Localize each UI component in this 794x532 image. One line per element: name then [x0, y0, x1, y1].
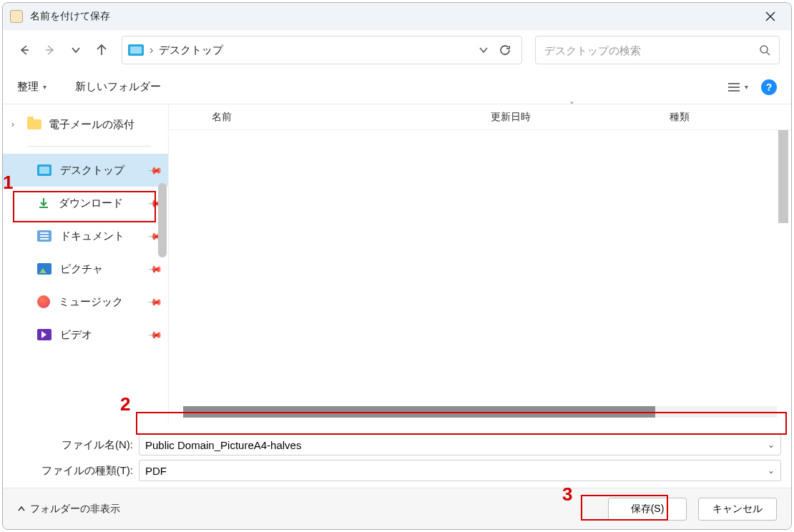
main-area: › 電子メールの添付 デスクトップ 📌 ダウンロード 📌 — [3, 104, 791, 423]
hide-folders-label: フォルダーの非表示 — [30, 503, 120, 516]
file-pane: ˅ 名前 更新日時 種類 — [169, 104, 791, 423]
sidebar-item-music[interactable]: ミュージック 📌 — [3, 285, 168, 318]
column-header-name[interactable]: 名前 — [169, 111, 484, 124]
view-mode-button[interactable]: ▾ — [727, 82, 748, 92]
sidebar-item-pictures[interactable]: ピクチャ 📌 — [3, 252, 168, 285]
filename-fields: ファイル名(N): Public Domain_PictureA4-halves… — [3, 423, 791, 488]
close-icon — [765, 11, 775, 21]
desktop-icon — [128, 44, 144, 56]
new-folder-label: 新しいフォルダー — [75, 80, 161, 94]
pin-icon: 📌 — [147, 294, 163, 310]
question-icon: ? — [766, 82, 773, 93]
sidebar-item-label: ドキュメント — [60, 230, 124, 243]
toolbar: 整理 ▾ 新しいフォルダー ▾ ? — [3, 70, 791, 104]
search-icon — [759, 44, 770, 56]
vertical-scrollbar[interactable] — [778, 130, 788, 223]
arrow-left-icon — [18, 44, 31, 56]
up-button[interactable] — [92, 40, 112, 60]
app-icon — [10, 10, 23, 23]
help-button[interactable]: ? — [761, 79, 777, 95]
refresh-icon[interactable] — [499, 44, 511, 56]
save-as-dialog: 名前を付けて保存 › デスクトップ — [2, 2, 792, 530]
sidebar-item-documents[interactable]: ドキュメント 📌 — [3, 220, 168, 252]
footer: フォルダーの非表示 保存(S) キャンセル — [3, 488, 791, 529]
sidebar-item-label: ミュージック — [59, 295, 123, 309]
column-headers: ˅ 名前 更新日時 種類 — [169, 104, 791, 130]
sidebar-item-label: ピクチャ — [60, 262, 103, 276]
breadcrumb-current[interactable]: デスクトップ — [159, 44, 473, 57]
cancel-button[interactable]: キャンセル — [698, 498, 777, 521]
close-button[interactable] — [754, 6, 787, 27]
folder-icon — [27, 119, 41, 129]
svg-line-6 — [767, 52, 770, 55]
caret-down-icon: ▾ — [745, 83, 748, 91]
search-input[interactable] — [544, 44, 759, 56]
sidebar-item-downloads[interactable]: ダウンロード 📌 — [3, 187, 168, 220]
hide-folders-toggle[interactable]: フォルダーの非表示 — [17, 503, 120, 516]
filetype-label: ファイルの種類(T): — [13, 464, 133, 478]
address-bar[interactable]: › デスクトップ — [122, 36, 522, 64]
horizontal-scrollbar-thumb[interactable] — [183, 406, 655, 418]
filename-value: Public Domain_PictureA4-halves — [145, 439, 301, 451]
column-header-date[interactable]: 更新日時 — [484, 111, 648, 124]
arrow-right-icon — [44, 44, 57, 56]
filetype-row: ファイルの種類(T): PDF ⌄ — [13, 458, 781, 483]
pin-icon: 📌 — [147, 162, 163, 178]
breadcrumb-separator-icon: › — [150, 44, 153, 56]
pin-icon: 📌 — [147, 327, 163, 343]
list-view-icon — [727, 82, 740, 92]
search-box[interactable] — [535, 36, 780, 64]
caret-down-icon: ▾ — [43, 83, 46, 91]
titlebar: 名前を付けて保存 — [3, 3, 791, 30]
recent-button[interactable] — [66, 40, 86, 60]
organize-menu[interactable]: 整理 ▾ — [17, 80, 46, 94]
chevron-down-icon[interactable] — [479, 45, 489, 55]
filename-row: ファイル名(N): Public Domain_PictureA4-halves… — [13, 432, 781, 458]
filetype-value: PDF — [145, 465, 167, 477]
tree-item-label: 電子メールの添付 — [49, 118, 134, 132]
column-header-type[interactable]: 種類 — [648, 111, 791, 124]
forward-button[interactable] — [40, 40, 60, 60]
new-folder-button[interactable]: 新しいフォルダー — [75, 80, 161, 94]
chevron-right-icon[interactable]: › — [11, 119, 14, 129]
picture-icon — [37, 263, 52, 275]
back-button[interactable] — [14, 40, 34, 60]
nav-row: › デスクトップ — [3, 30, 791, 70]
save-button[interactable]: 保存(S) — [608, 498, 687, 521]
filetype-select[interactable]: PDF ⌄ — [139, 460, 781, 481]
quick-access-list: デスクトップ 📌 ダウンロード 📌 ドキュメント 📌 — [3, 154, 168, 351]
tree-item-email-attachments[interactable]: › 電子メールの添付 — [3, 110, 168, 139]
music-icon — [37, 295, 50, 308]
svg-point-5 — [760, 46, 768, 53]
chevron-up-icon — [17, 505, 26, 513]
download-icon — [37, 197, 50, 210]
sidebar-item-label: ビデオ — [60, 328, 92, 342]
organize-label: 整理 — [17, 80, 39, 94]
sidebar-item-label: ダウンロード — [59, 197, 123, 210]
sort-indicator-icon: ˅ — [569, 100, 574, 112]
sidebar-scrollbar[interactable] — [158, 183, 167, 257]
file-list[interactable] — [169, 130, 791, 423]
desktop-icon — [37, 164, 52, 176]
sidebar-item-desktop[interactable]: デスクトップ 📌 — [3, 154, 168, 187]
document-icon — [37, 230, 52, 242]
chevron-down-icon[interactable]: ⌄ — [768, 466, 775, 476]
sidebar: › 電子メールの添付 デスクトップ 📌 ダウンロード 📌 — [3, 104, 169, 423]
filename-label: ファイル名(N): — [13, 438, 133, 452]
video-icon — [37, 329, 52, 340]
chevron-down-icon[interactable]: ⌄ — [768, 440, 775, 450]
arrow-up-icon — [95, 44, 108, 56]
window-title: 名前を付けて保存 — [30, 10, 110, 23]
chevron-down-icon — [71, 45, 81, 55]
sidebar-item-label: デスクトップ — [60, 164, 124, 177]
filename-input[interactable]: Public Domain_PictureA4-halves ⌄ — [139, 434, 781, 455]
divider — [27, 146, 151, 147]
pin-icon: 📌 — [147, 261, 163, 277]
sidebar-item-videos[interactable]: ビデオ 📌 — [3, 318, 168, 351]
